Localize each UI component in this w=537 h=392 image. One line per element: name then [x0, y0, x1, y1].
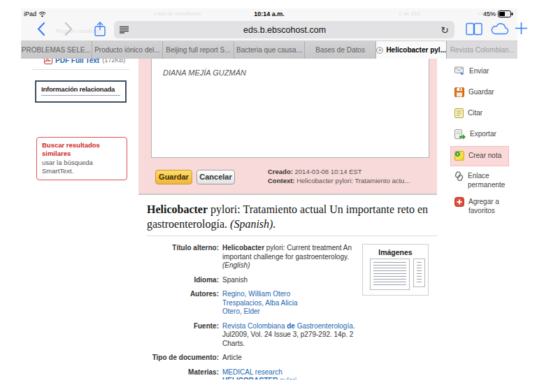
note-save-button[interactable]: Guardar: [155, 170, 192, 184]
smarttext-link[interactable]: Buscar resultados similares: [42, 141, 122, 159]
subject-link[interactable]: MEDICAL research: [222, 368, 282, 376]
ghost-counter: 2 de 263: [399, 10, 420, 17]
tool-citar[interactable]: Citar: [454, 109, 482, 118]
row-source: Fuente: Revista Colombiana de Gastroente…: [147, 322, 364, 349]
note-created-value: 2014-03-08 10:14 EST: [295, 168, 362, 175]
ghost-results-link: Lista de resultados: [154, 10, 201, 17]
tool-guardar[interactable]: Guardar: [454, 88, 494, 97]
source-journal-link[interactable]: Revista Colombiana de Gastroenterología: [222, 322, 353, 330]
doctype-label: Tipo de documento:: [147, 354, 219, 363]
export-icon: [454, 129, 466, 139]
tab-close-icon[interactable]: ×: [376, 47, 383, 54]
permalink-icon: [454, 171, 464, 181]
tab-beijing-report[interactable]: Beijing full report S...: [163, 41, 234, 59]
tool-crear-nota[interactable]: Crear nota: [454, 152, 501, 161]
tabs-overview-icon[interactable]: [466, 22, 482, 36]
pdf-icon: [44, 59, 52, 64]
smarttext-subtext: usar la búsqueda SmartText.: [42, 159, 122, 176]
pdf-label: PDF Full Text: [55, 59, 99, 64]
related-info-label: Información relacionada: [41, 85, 120, 93]
related-info-underline: [41, 95, 120, 96]
author-link[interactable]: Otero, Elder: [222, 307, 260, 315]
article-title: Helicobacter pylori: Tratamiento actual …: [147, 203, 443, 232]
image-thumbnail[interactable]: [370, 259, 410, 290]
note-created-label: Creado:: [268, 168, 293, 175]
add-favorite-icon: [454, 197, 464, 207]
note-context-value: Helicobacter pylori: Tratamiento actu...: [296, 177, 410, 184]
page-content: PDF Full Text (172KB) Información relaci…: [21, 59, 517, 379]
tab-bar: PROBLEMAS SELE... Producto iónico del...…: [21, 41, 517, 59]
authors-label: Autores:: [147, 290, 219, 317]
row-authors: Autores: Regino, William Otero Trespalac…: [147, 290, 364, 317]
pdf-size: (172KB): [102, 59, 125, 64]
image-thumbnail[interactable]: [413, 259, 425, 287]
alt-title-label: Título alterno:: [147, 244, 219, 270]
screenshot-canvas: iPad 10:14 a.m. 45% Lista de resultados …: [0, 0, 537, 392]
send-email-icon: [454, 66, 465, 75]
tool-enlace-permanente[interactable]: Enlace permanente: [454, 172, 505, 189]
subject-link[interactable]: HELICOBACTER pylori: [222, 377, 296, 379]
url-bar[interactable]: eds.b.ebscohost.com ↻: [114, 21, 454, 38]
create-note-panel: DIANA MEJÍA GUZMÁN Guardar Cancelar Crea…: [138, 59, 437, 195]
author-link[interactable]: Trespalacios, Alba Alicia: [222, 299, 297, 307]
tab-helicobacter-active[interactable]: × Helicobacter pyl...: [376, 41, 448, 59]
pdf-fulltext-link[interactable]: PDF Full Text (172KB): [44, 59, 149, 68]
note-metadata: Creado: 2014-03-08 10:14 EST Context: He…: [268, 168, 410, 186]
forward-button[interactable]: [64, 22, 73, 36]
source-label: Fuente:: [147, 322, 219, 349]
tab-bases-de-datos[interactable]: Bases de Datos: [305, 41, 376, 59]
author-link[interactable]: Regino, William Otero: [222, 290, 290, 298]
cite-icon: [454, 108, 464, 118]
images-title: Imágenes: [363, 248, 428, 256]
new-tab-icon[interactable]: [515, 22, 528, 35]
save-disk-icon: [454, 87, 464, 97]
back-button[interactable]: [36, 22, 45, 36]
icloud-tabs-icon[interactable]: [491, 23, 509, 35]
clock: 10:14 a.m.: [21, 10, 517, 17]
status-bar: iPad 10:14 a.m. 45% Lista de resultados …: [21, 8, 517, 19]
tool-enviar[interactable]: Enviar: [454, 67, 489, 76]
tool-agregar-favoritos[interactable]: Agregar a favoritos: [454, 198, 505, 215]
url-text[interactable]: eds.b.ebscohost.com: [129, 25, 441, 35]
language-label: Idioma:: [147, 276, 219, 285]
tab-producto-ionico[interactable]: Producto iónico del...: [92, 41, 164, 59]
create-note-icon: [454, 151, 464, 161]
tab-problemas[interactable]: PROBLEMAS SELE...: [21, 41, 92, 59]
related-info-box[interactable]: Información relacionada: [35, 80, 127, 103]
reader-icon[interactable]: [120, 26, 129, 34]
doctype-value: Article: [222, 354, 359, 363]
note-cancel-button[interactable]: Cancelar: [196, 170, 235, 184]
row-subjects: Materias: MEDICAL research HELICOBACTER …: [147, 368, 364, 380]
safari-toolbar: Registro detallado eds.b.ebscohost.c: [21, 19, 517, 41]
tab-revista-colombiana[interactable]: Revista Colombian...: [447, 41, 517, 59]
subjects-label: Materias:: [147, 368, 219, 380]
tool-exportar[interactable]: Exportar: [454, 130, 496, 139]
note-context-label: Context:: [268, 177, 295, 184]
row-language: Idioma: Spanish: [147, 276, 364, 285]
ghost-tools: Herramientas: [478, 10, 512, 17]
sidebar-divider: [31, 69, 129, 70]
language-value: Spanish: [222, 276, 359, 285]
share-button[interactable]: [94, 21, 106, 38]
smarttext-box[interactable]: Buscar resultados similares usar la búsq…: [36, 137, 127, 180]
row-alt-title: Título alterno: Helicobacter pylori: Cur…: [147, 244, 364, 270]
refresh-icon[interactable]: ↻: [441, 25, 449, 35]
images-box[interactable]: Imágenes: [362, 244, 429, 296]
title-divider: [147, 235, 438, 236]
browser-chrome: iPad 10:14 a.m. 45% Lista de resultados …: [21, 8, 517, 41]
tab-bacteria[interactable]: Bacteria que causa...: [234, 41, 306, 59]
record-details: Título alterno: Helicobacter pylori: Cur…: [147, 244, 364, 379]
note-textarea[interactable]: DIANA MEJÍA GUZMÁN: [151, 59, 429, 158]
row-doctype: Tipo de documento: Article: [147, 354, 364, 363]
